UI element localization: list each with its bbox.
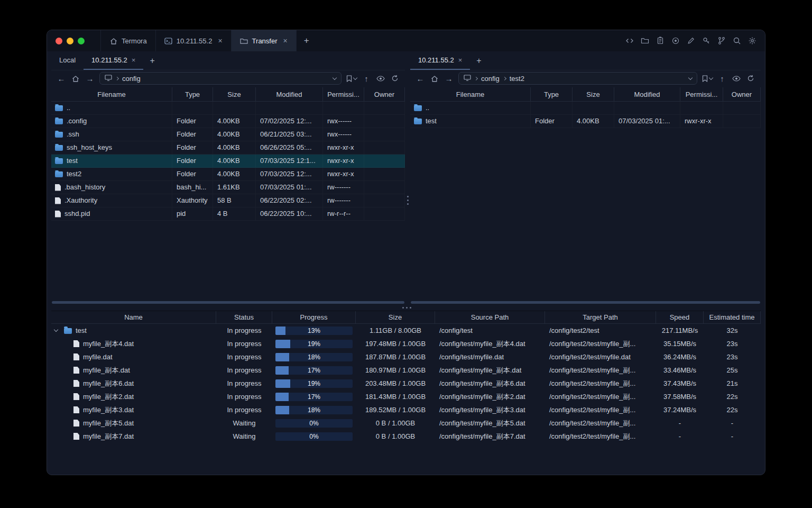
transfer-row[interactable]: myfile_副本4.dat In progress 19% 197.48MB … [51, 337, 761, 350]
up-directory-button[interactable]: ↑ [717, 75, 727, 83]
pane-tab-host[interactable]: 10.211.55.2 × [84, 51, 143, 70]
new-pane-tab-button[interactable]: + [470, 51, 487, 70]
tab-transfer[interactable]: Transfer × [232, 30, 297, 51]
type-cell: Folder [531, 115, 573, 128]
col-owner[interactable]: Owner [723, 87, 761, 101]
col-filename[interactable]: Filename [51, 87, 172, 101]
col-modified[interactable]: Modified [614, 87, 680, 101]
file-row[interactable]: sshd.pid pid 4 B 06/22/2025 10:... rw-r-… [51, 207, 405, 221]
transfer-name-text: myfile.dat [83, 350, 113, 364]
size-cell: 58 B [213, 194, 256, 207]
col-size[interactable]: Size [213, 87, 256, 101]
transfer-row[interactable]: myfile_副本3.dat In progress 18% 189.52MB … [51, 403, 761, 416]
up-directory-button[interactable]: ↑ [362, 75, 371, 83]
bookmark-button[interactable] [702, 75, 713, 82]
file-row[interactable]: .Xauthority Xauthority 58 B 06/22/2025 0… [51, 194, 405, 207]
key-icon[interactable] [702, 37, 710, 45]
col-filename[interactable]: Filename [410, 87, 531, 101]
close-tab-icon[interactable]: × [132, 56, 136, 64]
vertical-splitter[interactable] [405, 51, 410, 304]
col-owner[interactable]: Owner [364, 87, 405, 101]
close-tab-icon[interactable]: × [218, 37, 222, 45]
owner-cell [364, 102, 405, 114]
close-window-button[interactable] [56, 38, 62, 44]
file-row[interactable]: .bash_history bash_hi... 1.61KB 07/03/20… [51, 181, 405, 194]
clipboard-icon[interactable] [656, 37, 665, 45]
file-row[interactable]: .config Folder 4.00KB 07/02/2025 12:... … [51, 115, 405, 128]
breadcrumb-segment[interactable]: config [481, 75, 500, 83]
chevron-down-icon[interactable] [688, 75, 693, 79]
edit-icon[interactable] [687, 37, 695, 45]
col-speed[interactable]: Speed [656, 311, 704, 323]
tab-host-terminal[interactable]: 10.211.55.2 × [156, 30, 232, 51]
target-path-cell: /config/test2/test [545, 324, 656, 337]
col-target-path[interactable]: Target Path [545, 311, 656, 323]
show-hidden-eye-button[interactable] [732, 76, 741, 81]
permissions-cell: rw------- [323, 194, 364, 207]
transfer-row[interactable]: myfile_副本6.dat In progress 19% 203.48MB … [51, 377, 761, 390]
col-type[interactable]: Type [531, 87, 573, 101]
chevron-down-icon[interactable] [333, 75, 337, 79]
file-row[interactable]: test2 Folder 4.00KB 07/03/2025 12:... rw… [51, 168, 405, 181]
zoom-window-button[interactable] [78, 38, 85, 44]
new-tab-button[interactable]: + [297, 30, 317, 51]
transfer-row[interactable]: myfile_副本.dat In progress 17% 180.97MB /… [51, 364, 761, 377]
code-icon[interactable] [625, 37, 634, 45]
left-table-header: Filename Type Size Modified Permissi... … [51, 87, 405, 102]
file-row[interactable]: .ssh Folder 4.00KB 06/21/2025 03:... rwx… [51, 128, 405, 141]
home-button[interactable] [71, 75, 80, 82]
file-row[interactable]: test Folder 4.00KB 07/03/2025 01:... rwx… [410, 115, 761, 128]
show-hidden-eye-button[interactable] [376, 76, 385, 81]
transfer-row[interactable]: myfile_副本7.dat Waiting 0% 0 B / 1.00GB /… [51, 430, 761, 443]
transfer-row[interactable]: test In progress 13% 1.11GB / 8.00GB /co… [51, 324, 761, 337]
pane-tab-local[interactable]: Local [51, 51, 84, 70]
file-row[interactable]: ssh_host_keys Folder 4.00KB 06/26/2025 0… [51, 141, 405, 155]
col-size[interactable]: Size [573, 87, 614, 101]
scrollbar-thumb[interactable] [52, 301, 404, 304]
file-row[interactable]: test Folder 4.00KB 07/03/2025 12:1... rw… [51, 155, 405, 168]
transfer-row[interactable]: myfile_副本5.dat Waiting 0% 0 B / 1.00GB /… [51, 416, 761, 430]
bookmark-button[interactable] [346, 75, 357, 82]
file-row[interactable]: .. [410, 102, 761, 115]
path-breadcrumb[interactable]: config test2 [458, 72, 697, 85]
col-type[interactable]: Type [172, 87, 213, 101]
col-source-path[interactable]: Source Path [435, 311, 545, 323]
col-name[interactable]: Name [51, 311, 216, 323]
search-icon[interactable] [733, 37, 741, 45]
refresh-button[interactable] [746, 75, 755, 82]
path-breadcrumb[interactable]: config [99, 72, 342, 85]
col-modified[interactable]: Modified [256, 87, 323, 101]
file-row[interactable]: .. [51, 102, 405, 115]
col-progress[interactable]: Progress [272, 311, 356, 323]
settings-gear-icon[interactable] [748, 37, 756, 45]
refresh-button[interactable] [390, 75, 400, 82]
expand-chevron-icon[interactable] [54, 330, 64, 331]
forward-button[interactable]: → [85, 75, 95, 83]
col-permissions[interactable]: Permissi... [323, 87, 364, 101]
forward-button[interactable]: → [444, 75, 454, 83]
breadcrumb-segment[interactable]: config [122, 75, 141, 83]
home-button[interactable] [430, 75, 439, 82]
col-size[interactable]: Size [356, 311, 435, 323]
col-status[interactable]: Status [216, 311, 272, 323]
pane-tab-host[interactable]: 10.211.55.2 × [410, 51, 470, 70]
back-button[interactable]: ← [416, 75, 425, 83]
transfer-row[interactable]: myfile_副本2.dat In progress 17% 181.43MB … [51, 390, 761, 403]
horizontal-splitter[interactable] [51, 304, 761, 311]
new-pane-tab-button[interactable]: + [143, 51, 161, 70]
git-branch-icon[interactable] [717, 37, 726, 45]
size-cell: 4.00KB [213, 141, 256, 154]
close-tab-icon[interactable]: × [283, 37, 288, 45]
transfer-row[interactable]: myfile.dat In progress 18% 187.87MB / 1.… [51, 350, 761, 364]
col-estimated-time[interactable]: Estimated time [704, 311, 761, 323]
new-folder-icon[interactable] [641, 37, 649, 45]
back-button[interactable]: ← [57, 75, 66, 83]
minimize-window-button[interactable] [67, 38, 73, 44]
col-permissions[interactable]: Permissi... [680, 87, 723, 101]
scrollbar-thumb[interactable] [411, 301, 760, 304]
record-icon[interactable] [671, 37, 680, 45]
file-type-icon [55, 132, 63, 138]
close-tab-icon[interactable]: × [458, 56, 463, 64]
breadcrumb-segment[interactable]: test2 [510, 75, 524, 83]
tab-termora[interactable]: Termora [100, 30, 156, 51]
